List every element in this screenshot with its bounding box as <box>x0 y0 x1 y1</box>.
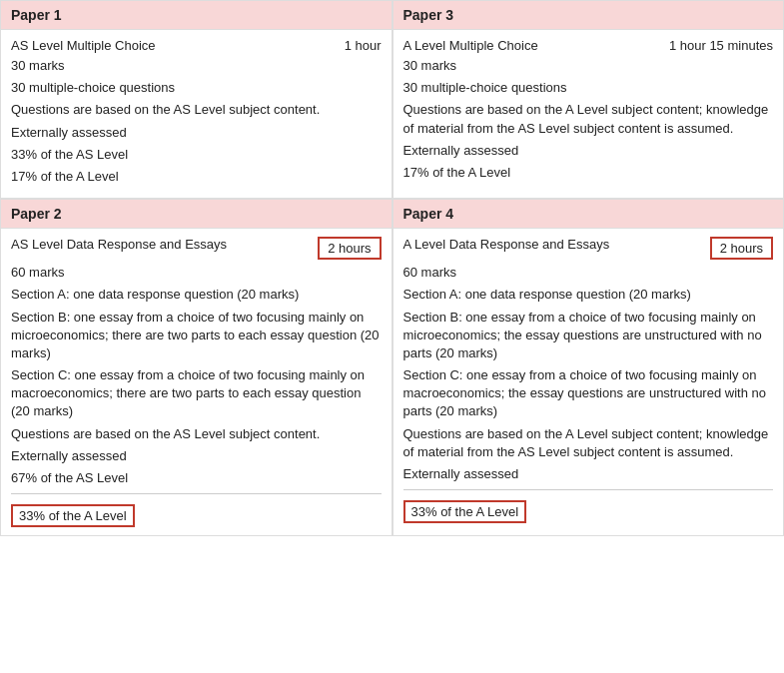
paper3-title: A Level Multiple Choice <box>403 38 659 53</box>
paper1-line-2: Questions are based on the AS Level subj… <box>11 101 382 119</box>
paper4-body: A Level Data Response and Essays2 hours6… <box>393 229 784 531</box>
paper3-line-2: Questions are based on the A Level subje… <box>403 101 774 137</box>
paper1-body: AS Level Multiple Choice1 hour30 marks30… <box>1 30 392 198</box>
paper3: Paper 3A Level Multiple Choice1 hour 15 … <box>392 0 785 199</box>
paper4-title: A Level Data Response and Essays <box>403 237 700 252</box>
paper1-header: Paper 1 <box>1 1 392 30</box>
paper1: Paper 1AS Level Multiple Choice1 hour30 … <box>0 0 392 199</box>
paper2-title-row: AS Level Data Response and Essays2 hours <box>11 237 382 260</box>
paper3-line-4: 17% of the A Level <box>403 164 774 182</box>
paper3-line-1: 30 multiple-choice questions <box>403 79 774 97</box>
paper2-header: Paper 2 <box>1 200 392 229</box>
paper4-line-3: Section C: one essay from a choice of tw… <box>403 366 774 421</box>
paper4-line-5: Externally assessed <box>403 465 774 483</box>
paper2-body: AS Level Data Response and Essays2 hours… <box>1 229 392 535</box>
paper1-line-1: 30 multiple-choice questions <box>11 79 382 97</box>
paper3-line-0: 30 marks <box>403 57 774 75</box>
paper3-header: Paper 3 <box>393 1 784 30</box>
paper3-duration: 1 hour 15 minutes <box>669 38 773 53</box>
paper3-line-3: Externally assessed <box>403 142 774 160</box>
paper1-line-0: 30 marks <box>11 57 382 75</box>
paper4-line-0: 60 marks <box>403 264 774 282</box>
paper2-title: AS Level Data Response and Essays <box>11 237 308 252</box>
paper1-title: AS Level Multiple Choice <box>11 38 335 53</box>
paper1-line-3: Externally assessed <box>11 124 382 142</box>
paper1-line-5: 17% of the A Level <box>11 168 382 186</box>
paper4-line-1: Section A: one data response question (2… <box>403 286 774 304</box>
paper2-line-3: Section C: one essay from a choice of tw… <box>11 366 382 421</box>
paper2-line-5: Externally assessed <box>11 447 382 465</box>
paper2-line-6: 67% of the AS Level <box>11 469 382 487</box>
paper2-duration: 2 hours <box>318 237 381 260</box>
paper2-line-2: Section B: one essay from a choice of tw… <box>11 309 382 363</box>
paper4-header: Paper 4 <box>393 200 784 229</box>
paper2-line-0: 60 marks <box>11 264 382 282</box>
paper4-line-4: Questions are based on the A Level subje… <box>403 425 774 461</box>
paper1-line-4: 33% of the AS Level <box>11 146 382 164</box>
paper1-title-row: AS Level Multiple Choice1 hour <box>11 38 382 53</box>
paper4-last-line: 33% of the A Level <box>403 500 527 523</box>
paper3-title-row: A Level Multiple Choice1 hour 15 minutes <box>403 38 774 53</box>
paper2-line-4: Questions are based on the AS Level subj… <box>11 425 382 443</box>
paper1-duration: 1 hour <box>345 38 382 53</box>
paper2-last-line: 33% of the A Level <box>11 504 135 527</box>
papers-grid: Paper 1AS Level Multiple Choice1 hour30 … <box>0 0 784 536</box>
paper4-duration: 2 hours <box>710 237 773 260</box>
paper2-line-1: Section A: one data response question (2… <box>11 286 382 304</box>
paper3-body: A Level Multiple Choice1 hour 15 minutes… <box>393 30 784 194</box>
paper4-title-row: A Level Data Response and Essays2 hours <box>403 237 774 260</box>
paper4: Paper 4A Level Data Response and Essays2… <box>392 199 785 536</box>
paper2: Paper 2AS Level Data Response and Essays… <box>0 199 392 536</box>
paper4-line-2: Section B: one essay from a choice of tw… <box>403 309 774 363</box>
